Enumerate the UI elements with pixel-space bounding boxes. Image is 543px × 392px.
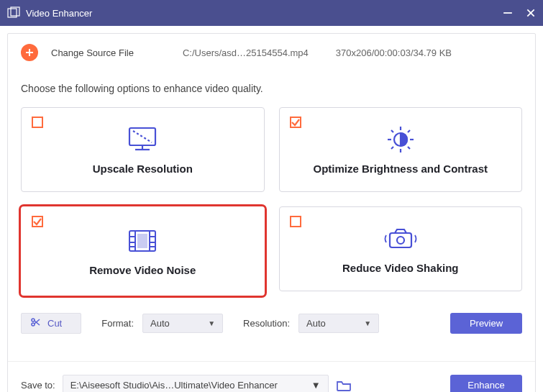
save-path-dropdown[interactable]: E:\Aiseesoft Studio\Ais…Ultimate\Video E… bbox=[63, 375, 329, 392]
svg-line-9 bbox=[133, 131, 152, 142]
save-to-label: Save to: bbox=[21, 380, 55, 391]
main-panel: Change Source File C:/Users/asd…25154554… bbox=[7, 33, 536, 392]
enhance-button[interactable]: Enhance bbox=[450, 375, 522, 392]
source-meta: 370x206/00:00:03/34.79 KB bbox=[336, 47, 452, 58]
source-row: Change Source File C:/Users/asd…25154554… bbox=[8, 34, 535, 74]
resolution-value: Auto bbox=[306, 318, 326, 329]
resolution-label: Resolution: bbox=[243, 318, 290, 329]
format-label: Format: bbox=[101, 318, 134, 329]
resolution-dropdown[interactable]: Auto ▼ bbox=[298, 314, 379, 333]
open-folder-button[interactable] bbox=[336, 379, 352, 392]
svg-line-19 bbox=[408, 147, 410, 149]
chevron-down-icon: ▼ bbox=[364, 319, 371, 327]
checkbox-unchecked-icon[interactable] bbox=[290, 216, 301, 227]
film-noise-icon bbox=[122, 227, 163, 255]
format-value: Auto bbox=[150, 318, 170, 329]
source-path: C:/Users/asd…25154554.mp4 bbox=[183, 47, 309, 58]
window-title: Video Enhancer bbox=[26, 8, 503, 19]
format-dropdown[interactable]: Auto ▼ bbox=[142, 314, 223, 333]
toolbar: Cut Format: Auto ▼ Resolution: Auto ▼ Pr… bbox=[8, 309, 535, 344]
card-remove-video-noise[interactable]: Remove Video Noise bbox=[21, 206, 265, 296]
card-reduce-video-shaking[interactable]: Reduce Video Shaking bbox=[279, 206, 523, 291]
svg-point-37 bbox=[32, 323, 35, 326]
svg-rect-7 bbox=[32, 117, 42, 127]
chevron-down-icon: ▼ bbox=[208, 319, 215, 327]
chevron-down-icon: ▼ bbox=[311, 380, 321, 391]
checkbox-unchecked-icon[interactable] bbox=[32, 117, 43, 128]
camera-shake-icon bbox=[380, 224, 421, 253]
instruction-text: Choose the following options to enhance … bbox=[8, 74, 535, 107]
checkbox-checked-icon[interactable] bbox=[290, 117, 301, 128]
preview-button[interactable]: Preview bbox=[450, 313, 522, 334]
card-label: Upscale Resolution bbox=[93, 163, 193, 175]
card-optimize-brightness[interactable]: Optimize Brightness and Contrast bbox=[279, 107, 523, 192]
svg-point-36 bbox=[32, 319, 35, 322]
card-label: Remove Video Noise bbox=[89, 264, 196, 276]
card-label: Reduce Video Shaking bbox=[342, 262, 458, 274]
change-source-link[interactable]: Change Source File bbox=[51, 47, 134, 58]
close-button[interactable] bbox=[526, 8, 536, 18]
titlebar: Video Enhancer bbox=[0, 0, 543, 26]
save-row: Save to: E:\Aiseesoft Studio\Ais…Ultimat… bbox=[8, 361, 535, 392]
svg-line-20 bbox=[408, 130, 410, 132]
svg-rect-32 bbox=[137, 234, 147, 248]
checkbox-checked-icon[interactable] bbox=[32, 216, 43, 227]
option-cards: Upscale Resolution Optimize Brightness a… bbox=[8, 107, 535, 309]
cut-label: Cut bbox=[47, 318, 62, 329]
monitor-icon bbox=[122, 125, 163, 154]
add-source-button[interactable] bbox=[21, 44, 38, 61]
cut-button[interactable]: Cut bbox=[21, 313, 81, 334]
svg-line-18 bbox=[391, 130, 393, 132]
svg-line-21 bbox=[391, 147, 393, 149]
minimize-button[interactable] bbox=[503, 8, 513, 18]
card-label: Optimize Brightness and Contrast bbox=[313, 163, 488, 175]
app-icon bbox=[7, 6, 20, 19]
brightness-icon bbox=[380, 125, 421, 154]
save-path-value: E:\Aiseesoft Studio\Ais…Ultimate\Video E… bbox=[70, 380, 278, 391]
svg-rect-34 bbox=[390, 233, 411, 247]
card-upscale-resolution[interactable]: Upscale Resolution bbox=[21, 107, 265, 192]
svg-point-35 bbox=[397, 237, 404, 244]
svg-rect-33 bbox=[291, 216, 301, 227]
scissors-icon bbox=[30, 317, 40, 329]
